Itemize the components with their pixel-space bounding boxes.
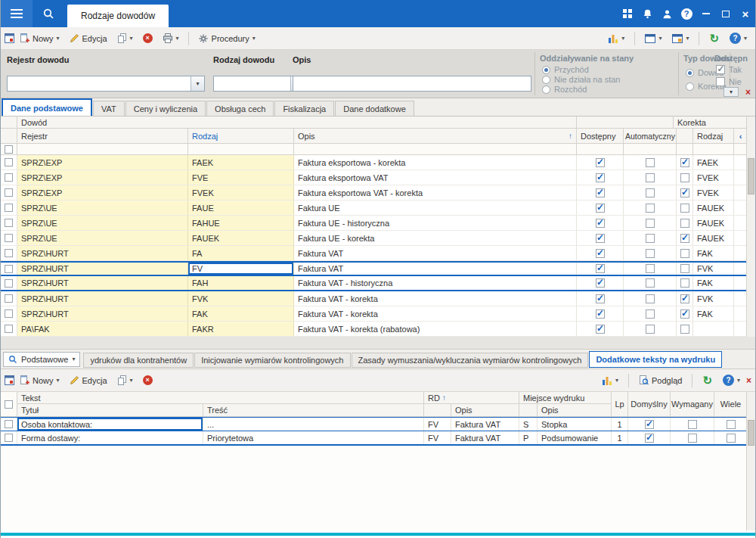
row-checkbox[interactable] [5, 249, 13, 257]
view-layout-button[interactable] [640, 31, 666, 46]
table-row[interactable]: SPRZ\HURT FAH Faktura VAT - historyczna … [1, 276, 748, 291]
row-checkbox[interactable] [5, 279, 13, 288]
wiele-checkbox[interactable] [727, 434, 736, 443]
column-header-korekta-flag[interactable] [677, 129, 693, 144]
table-row[interactable]: SPRZ\EXP FAEK Faktura eksportowa - korek… [1, 155, 748, 170]
detail-tab[interactable]: Inicjowanie wymiarów kontrolingowych [194, 353, 350, 368]
table-row[interactable]: SPRZ\UE FAHUE Faktura UE - historyczna F… [1, 216, 748, 231]
korekta-checkbox[interactable] [680, 158, 689, 167]
dostepny-checkbox[interactable] [596, 234, 605, 243]
detail-tab[interactable]: Dodatkowe teksty na wydruku [589, 351, 722, 368]
dostepny-checkbox[interactable] [596, 264, 605, 273]
column-header-tytul[interactable]: Tytuł [17, 404, 203, 417]
row-checkbox[interactable] [5, 234, 13, 242]
expand-filters-button[interactable] [723, 87, 739, 97]
rodzaj-filter-combo[interactable] [213, 76, 305, 92]
row-checkbox[interactable] [5, 204, 13, 212]
delete-button[interactable] [138, 372, 157, 388]
detail-tab[interactable]: Zasady wymuszania/wykluczania wymiarów k… [352, 353, 589, 368]
radio-nie-dziala[interactable]: Nie działa na stan [542, 75, 620, 84]
column-header-tresc[interactable]: Treść [203, 404, 424, 417]
new-button[interactable]: Nowy [15, 30, 64, 46]
checkbox-tak[interactable]: Tak [716, 65, 742, 74]
search-button[interactable] [33, 0, 64, 27]
refresh-button[interactable] [705, 30, 723, 47]
dostepny-checkbox[interactable] [596, 204, 605, 213]
apps-grid-button[interactable] [618, 0, 637, 27]
minimize-button[interactable] [696, 0, 716, 27]
korekta-checkbox[interactable] [680, 234, 689, 243]
view-selector-button[interactable]: Podstawowe [3, 352, 80, 367]
automatyczny-checkbox[interactable] [646, 173, 655, 182]
chart-button[interactable] [597, 372, 623, 389]
vertical-scrollbar[interactable] [746, 392, 755, 530]
help-toolbar-button[interactable]: ? [718, 372, 745, 389]
edit-button[interactable]: Edycja [65, 372, 112, 388]
column-header-lp[interactable]: Lp [612, 392, 628, 417]
row-checkbox[interactable] [5, 158, 13, 166]
dostepny-checkbox[interactable] [596, 158, 605, 167]
dostepny-checkbox[interactable] [596, 309, 605, 319]
close-panel-button[interactable] [746, 376, 751, 385]
close-filter-button[interactable] [745, 88, 751, 97]
column-header-domyslny[interactable]: Domyślny [628, 392, 671, 417]
automatyczny-checkbox[interactable] [646, 249, 655, 258]
column-header-opis[interactable]: Opis ↑ [294, 129, 577, 144]
dostepny-checkbox[interactable] [596, 173, 605, 182]
radio-rozchod[interactable]: Rozchód [542, 85, 587, 94]
delete-button[interactable] [138, 30, 157, 46]
automatyczny-checkbox[interactable] [646, 204, 655, 213]
column-header-miejsce-code[interactable] [519, 404, 538, 417]
wiele-checkbox[interactable] [727, 420, 736, 429]
scrollbar-thumb[interactable] [748, 420, 754, 446]
copy-button[interactable] [113, 30, 138, 46]
main-tab[interactable]: Dane dodatkowe [335, 101, 414, 116]
radio-przychod[interactable]: Przychód [542, 65, 589, 74]
procedures-button[interactable]: Procedury [194, 30, 260, 47]
automatyczny-checkbox[interactable] [646, 264, 655, 273]
table-row[interactable]: Forma dostawy: Priorytetowa FV Faktura V… [1, 431, 748, 446]
maximize-button[interactable] [716, 0, 736, 27]
select-all-checkbox[interactable] [5, 400, 13, 409]
wymagany-checkbox[interactable] [688, 434, 697, 443]
automatyczny-checkbox[interactable] [646, 234, 655, 243]
main-tab[interactable]: VAT [93, 101, 125, 116]
korekta-checkbox[interactable] [680, 294, 689, 303]
scrollbar-thumb[interactable] [748, 158, 754, 194]
preview-button[interactable]: Podgląd [634, 372, 686, 388]
row-checkbox[interactable] [5, 173, 13, 182]
korekta-checkbox[interactable] [680, 188, 689, 197]
automatyczny-checkbox[interactable] [646, 278, 655, 288]
korekta-checkbox[interactable] [680, 204, 689, 213]
row-checkbox[interactable] [5, 434, 13, 442]
splitter[interactable] [1, 337, 755, 350]
row-checkbox[interactable] [5, 265, 13, 273]
row-checkbox[interactable] [5, 420, 13, 428]
main-tab[interactable]: Dane podstawowe [2, 98, 92, 116]
row-checkbox[interactable] [5, 294, 13, 303]
table-row[interactable]: SPRZ\HURT FAK Faktura VAT - korekta FAK [1, 306, 748, 322]
table-row[interactable]: SPRZ\EXP FVEK Faktura eksportowa VAT - k… [1, 185, 748, 201]
select-all-checkbox[interactable] [5, 145, 13, 154]
automatyczny-checkbox[interactable] [646, 158, 655, 167]
column-header-wiele[interactable]: Wiele [714, 392, 748, 417]
main-menu-button[interactable] [1, 0, 33, 27]
domyslny-checkbox[interactable] [645, 420, 654, 429]
main-tab[interactable]: Ceny i wyliczenia [125, 101, 206, 116]
help-button[interactable]: ? [677, 0, 696, 27]
main-tab[interactable]: Fiskalizacja [274, 101, 334, 116]
dropdown-arrow-icon[interactable] [191, 76, 204, 91]
rejestr-filter-combo[interactable] [7, 76, 205, 92]
checkbox-nie[interactable]: Nie [716, 77, 742, 86]
dostepny-checkbox[interactable] [596, 219, 605, 228]
dostepny-checkbox[interactable] [596, 249, 605, 258]
korekta-checkbox[interactable] [680, 278, 689, 288]
refresh-button[interactable] [698, 372, 717, 389]
table-row[interactable]: SPRZ\HURT FV Faktura VAT FVK [1, 261, 748, 276]
column-header-wymagany[interactable]: Wymagany [671, 392, 714, 417]
main-tab[interactable]: Obsługa cech [206, 101, 274, 116]
automatyczny-checkbox[interactable] [646, 309, 655, 319]
notifications-button[interactable] [637, 0, 657, 27]
copy-button[interactable] [113, 372, 138, 388]
domyslny-checkbox[interactable] [645, 434, 654, 443]
